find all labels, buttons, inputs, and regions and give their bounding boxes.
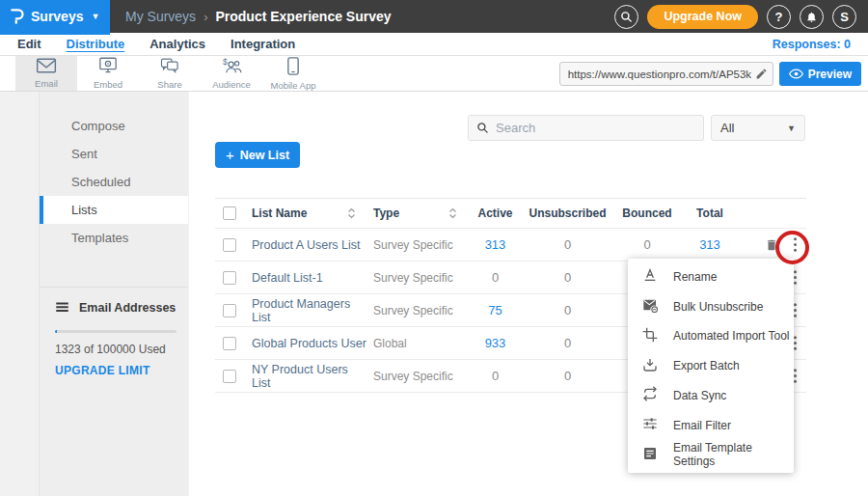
column-header-total: Total: [681, 207, 739, 220]
upgrade-limit-link[interactable]: UPGRADE LIMIT: [55, 364, 150, 377]
row-menu-button[interactable]: [793, 236, 798, 253]
search-input[interactable]: [496, 121, 695, 135]
row-checkbox[interactable]: [223, 337, 236, 350]
column-label: Total: [696, 207, 723, 220]
email-icon: [36, 58, 57, 76]
menu-item-data-sync[interactable]: Data Sync: [628, 381, 794, 410]
list-type: Global: [367, 337, 469, 350]
cell-active: 933: [469, 336, 522, 350]
lists-panel: All ▼ + New List List NameTypeActiveUnsu…: [189, 92, 868, 496]
menu-item-label: Data Sync: [673, 389, 726, 402]
list-name-link[interactable]: Product A Users List: [252, 238, 361, 252]
upgrade-now-button[interactable]: Upgrade Now: [647, 5, 758, 29]
cell-unsubscribed: 0: [522, 237, 613, 252]
column-header-type: Type: [367, 207, 469, 220]
column-header-list-name: List Name: [252, 207, 367, 220]
email-usage-text: 1323 of 100000 Used: [55, 343, 176, 356]
share-icon: [160, 58, 179, 77]
cell-unsubscribed: 0: [522, 336, 613, 350]
responses-count[interactable]: Responses: 0: [773, 38, 851, 51]
sidebar-item-sent[interactable]: Sent: [40, 140, 188, 168]
menu-item-automated-import-tool[interactable]: Automated Import Tool: [628, 321, 794, 350]
sidebar-item-lists[interactable]: Lists: [40, 196, 188, 224]
sidebar-item-compose[interactable]: Compose: [40, 112, 188, 140]
menu-item-label: Email Template Settings: [673, 441, 794, 468]
questionpro-logo-icon: [10, 8, 24, 25]
content-area: ComposeSentScheduledListsTemplates Email…: [0, 92, 868, 496]
list-search[interactable]: [468, 115, 704, 141]
survey-url-field[interactable]: https://www.questionpro.com/t/AP53kZgfo: [559, 62, 773, 86]
tab-edit[interactable]: Edit: [17, 37, 41, 51]
row-checkbox[interactable]: [223, 304, 236, 317]
row-context-menu: RenameBulk UnsubscribeAutomated Import T…: [628, 259, 794, 473]
column-label: Type: [373, 207, 399, 220]
sidebar-item-scheduled[interactable]: Scheduled: [40, 168, 188, 196]
delete-list-button[interactable]: [765, 237, 778, 253]
email-template-settings-icon: [642, 446, 658, 464]
preview-button[interactable]: Preview: [779, 62, 861, 86]
menu-item-email-filter[interactable]: Email Filter: [628, 411, 794, 440]
chevron-down-icon: ▼: [787, 124, 796, 133]
row-checkbox[interactable]: [223, 370, 236, 383]
email-sidebar: ComposeSentScheduledListsTemplates Email…: [39, 92, 188, 496]
channel-email[interactable]: Email: [15, 56, 77, 91]
filter-selected-value: All: [720, 121, 734, 135]
edit-url-icon[interactable]: [755, 68, 768, 83]
table-row: Product A Users ListSurvey Specific31300…: [215, 229, 806, 262]
sort-icon[interactable]: [448, 207, 457, 219]
cell-active: 0: [469, 369, 522, 383]
rename-icon: [642, 267, 658, 286]
automated-import-icon: [642, 327, 658, 345]
list-type: Survey Specific: [367, 238, 469, 252]
menu-item-rename[interactable]: Rename: [628, 262, 794, 291]
tab-analytics[interactable]: Analytics: [149, 37, 205, 51]
column-header-bounced: Bounced: [613, 207, 681, 220]
channel-mobile-app[interactable]: Mobile App: [262, 56, 324, 91]
cell-total: 313: [681, 237, 739, 252]
email-filter-icon: [642, 416, 658, 434]
menu-item-export-batch[interactable]: Export Batch: [628, 351, 794, 380]
tab-integration[interactable]: Integration: [231, 37, 295, 51]
breadcrumb-my-surveys[interactable]: My Surveys: [125, 9, 196, 24]
menu-item-label: Automated Import Tool: [673, 329, 790, 343]
email-addresses-title: Email Addresses: [79, 301, 176, 315]
column-label: Active: [477, 207, 512, 220]
row-checkbox[interactable]: [223, 238, 236, 252]
column-header-active: Active: [469, 207, 522, 220]
list-name-link[interactable]: Default List-1: [252, 271, 323, 285]
channel-label: Mobile App: [270, 80, 315, 91]
column-header-unsubscribed: Unsubscribed: [522, 207, 613, 220]
menu-item-email-template-settings[interactable]: Email Template Settings: [628, 440, 794, 469]
sort-icon[interactable]: [347, 207, 356, 219]
channel-audience[interactable]: $Audience: [201, 56, 262, 91]
column-label: Bounced: [622, 207, 671, 220]
preview-label: Preview: [808, 68, 852, 81]
select-all-checkbox[interactable]: [223, 207, 236, 220]
channel-share[interactable]: Share: [139, 56, 201, 91]
list-name-link[interactable]: NY Product Users List: [252, 363, 367, 390]
sidebar-item-templates[interactable]: Templates: [40, 224, 188, 252]
product-menu-label: Surveys: [31, 9, 83, 24]
cell-unsubscribed: 0: [522, 270, 613, 285]
svg-text:$: $: [223, 57, 228, 67]
menu-item-bulk-unsubscribe[interactable]: Bulk Unsubscribe: [628, 292, 794, 321]
plus-icon: +: [226, 147, 234, 163]
account-avatar[interactable]: S: [832, 5, 856, 29]
email-addresses-panel: Email Addresses 1323 of 100000 Used UPGR…: [40, 287, 188, 377]
search-button[interactable]: [614, 5, 638, 29]
menu-item-label: Bulk Unsubscribe: [673, 300, 763, 314]
help-button[interactable]: ?: [767, 5, 791, 29]
channel-embed[interactable]: Embed: [77, 56, 139, 91]
cell-active: 313: [469, 237, 522, 252]
list-type-filter[interactable]: All ▼: [711, 115, 805, 141]
notifications-button[interactable]: [800, 5, 824, 29]
list-name-link[interactable]: Global Products User: [252, 337, 366, 350]
tab-distribute[interactable]: Distribute: [67, 37, 125, 51]
new-list-button[interactable]: + New List: [215, 142, 300, 168]
list-name-link[interactable]: Product Managers List: [252, 297, 367, 324]
list-type: Survey Specific: [367, 304, 469, 317]
list-type: Survey Specific: [367, 370, 469, 383]
product-switcher[interactable]: Surveys ▼: [0, 0, 110, 35]
breadcrumb-separator: ›: [203, 10, 207, 24]
row-checkbox[interactable]: [223, 271, 236, 285]
